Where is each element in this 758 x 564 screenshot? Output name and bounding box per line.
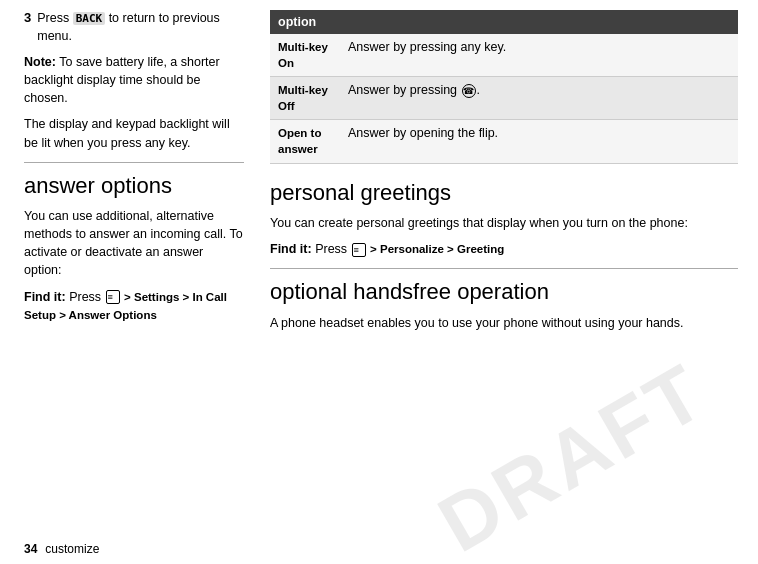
handsfree-heading: optional handsfree operation bbox=[270, 279, 738, 305]
divider-2 bbox=[270, 268, 738, 269]
page-footer: 34 customize bbox=[0, 542, 758, 556]
phone-icon: ☎ bbox=[462, 84, 476, 98]
page-number: 34 bbox=[24, 542, 37, 556]
answer-options-body: You can use additional, alternative meth… bbox=[24, 207, 244, 280]
find-it-greetings-path: > Personalize > Greeting bbox=[370, 243, 504, 255]
back-key: BACK bbox=[73, 12, 106, 25]
desc-cell-2: Answer by pressing ☎. bbox=[340, 77, 738, 120]
table-row: Multi-keyOn Answer by pressing any key. bbox=[270, 34, 738, 77]
step-number: 3 bbox=[24, 10, 31, 25]
handsfree-body: A phone headset enables you to use your … bbox=[270, 314, 738, 332]
desc-cell-3: Answer by opening the flip. bbox=[340, 120, 738, 163]
option-cell-1: Multi-keyOn bbox=[270, 34, 340, 77]
menu-icon-greetings bbox=[352, 243, 366, 257]
personal-greetings-heading: personal greetings bbox=[270, 180, 738, 206]
footer-label: customize bbox=[45, 542, 99, 556]
find-it-greetings-before: Press bbox=[315, 242, 350, 256]
divider bbox=[24, 162, 244, 163]
step-3: 3 Press BACK to return to previous menu. bbox=[24, 10, 244, 45]
option-cell-2: Multi-keyOff bbox=[270, 77, 340, 120]
note-block: Note: To save battery life, a shorter ba… bbox=[24, 53, 244, 107]
option-table: option Multi-keyOn Answer by pressing an… bbox=[270, 10, 738, 164]
find-it-greetings-label: Find it: bbox=[270, 242, 312, 256]
left-column: 3 Press BACK to return to previous menu.… bbox=[0, 10, 260, 554]
find-it-label: Find it: bbox=[24, 290, 66, 304]
menu-icon bbox=[106, 290, 120, 304]
backlight-body-text: The display and keypad backlight will be… bbox=[24, 115, 244, 151]
desc-cell-1: Answer by pressing any key. bbox=[340, 34, 738, 77]
table-row: Open toanswer Answer by opening the flip… bbox=[270, 120, 738, 163]
step-text: Press BACK to return to previous menu. bbox=[37, 10, 244, 45]
find-it-text-before: Press bbox=[69, 290, 104, 304]
table-row: Multi-keyOff Answer by pressing ☎. bbox=[270, 77, 738, 120]
find-it-answer-options: Find it: Press > Settings > In Call Setu… bbox=[24, 288, 244, 324]
answer-options-heading: answer options bbox=[24, 173, 244, 199]
table-header: option bbox=[270, 10, 738, 34]
personal-greetings-body: You can create personal greetings that d… bbox=[270, 214, 738, 232]
option-cell-3: Open toanswer bbox=[270, 120, 340, 163]
find-it-greetings: Find it: Press > Personalize > Greeting bbox=[270, 240, 738, 258]
note-label: Note: bbox=[24, 55, 56, 69]
right-column: option Multi-keyOn Answer by pressing an… bbox=[260, 10, 758, 554]
